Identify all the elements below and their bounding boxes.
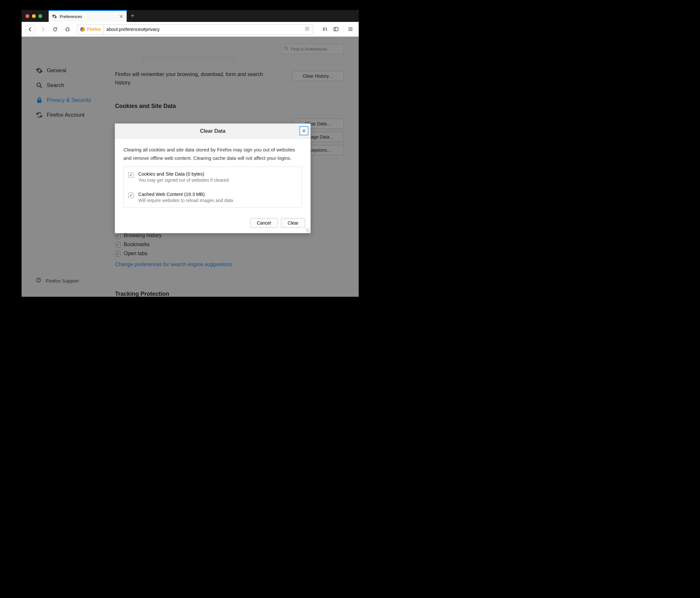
url-brand-label: Firefox — [87, 27, 101, 32]
toolbar-right — [320, 24, 355, 34]
checkbox[interactable] — [128, 172, 134, 178]
clear-button[interactable]: Clear — [281, 218, 305, 228]
url-address[interactable]: about:preferences#privacy — [104, 27, 301, 32]
tab-bar: Preferences + — [22, 10, 359, 22]
url-bar[interactable]: Firefox about:preferences#privacy — [77, 24, 313, 34]
svg-line-5 — [326, 27, 326, 31]
option-subtitle: Will require websites to reload images a… — [138, 198, 233, 203]
option-cookies[interactable]: Cookies and Site Data (0 bytes) You may … — [124, 167, 302, 187]
maximize-window-button[interactable] — [39, 14, 42, 18]
dialog-close-button[interactable] — [299, 126, 308, 135]
resize-handle[interactable] — [306, 229, 310, 232]
cancel-button[interactable]: Cancel — [250, 218, 278, 228]
window-controls — [22, 10, 49, 22]
url-identity-box[interactable]: Firefox — [77, 25, 104, 34]
sidebar-button[interactable] — [331, 24, 341, 34]
dialog-title: Clear Data — [200, 128, 225, 134]
back-button[interactable] — [25, 24, 36, 35]
dialog-header: Clear Data — [115, 124, 310, 138]
clear-data-dialog: Clear Data Clearing all cookies and site… — [115, 123, 311, 233]
close-window-button[interactable] — [25, 14, 29, 18]
menu-button[interactable] — [345, 24, 355, 34]
option-cache[interactable]: Cached Web Content (19.3 MB) Will requir… — [124, 187, 302, 208]
forward-button[interactable] — [38, 24, 48, 34]
option-title: Cookies and Site Data (0 bytes) — [138, 172, 228, 177]
svg-rect-6 — [334, 27, 338, 31]
gear-icon — [52, 14, 57, 19]
library-button[interactable] — [320, 24, 330, 34]
dialog-footer: Cancel Clear — [115, 215, 310, 233]
reload-button[interactable] — [50, 24, 60, 34]
dialog-description: Clearing all cookies and site data store… — [123, 146, 302, 162]
firefox-icon — [80, 27, 85, 32]
option-title: Cached Web Content (19.3 MB) — [138, 192, 233, 197]
close-tab-icon[interactable] — [119, 14, 123, 19]
bookmark-star-icon[interactable] — [301, 26, 313, 32]
checkbox[interactable] — [128, 193, 134, 198]
option-subtitle: You may get signed out of websites if cl… — [138, 178, 228, 183]
new-tab-button[interactable]: + — [127, 10, 138, 22]
minimize-window-button[interactable] — [32, 14, 36, 18]
home-button[interactable] — [62, 24, 73, 34]
tab-preferences[interactable]: Preferences — [49, 10, 127, 22]
browser-window: Preferences + Firefox about: — [22, 10, 359, 297]
nav-toolbar: Firefox about:preferences#privacy — [22, 22, 359, 37]
tab-title: Preferences — [59, 14, 116, 19]
dialog-options: Cookies and Site Data (0 bytes) You may … — [123, 166, 302, 208]
dialog-body: Clearing all cookies and site data store… — [115, 138, 310, 215]
